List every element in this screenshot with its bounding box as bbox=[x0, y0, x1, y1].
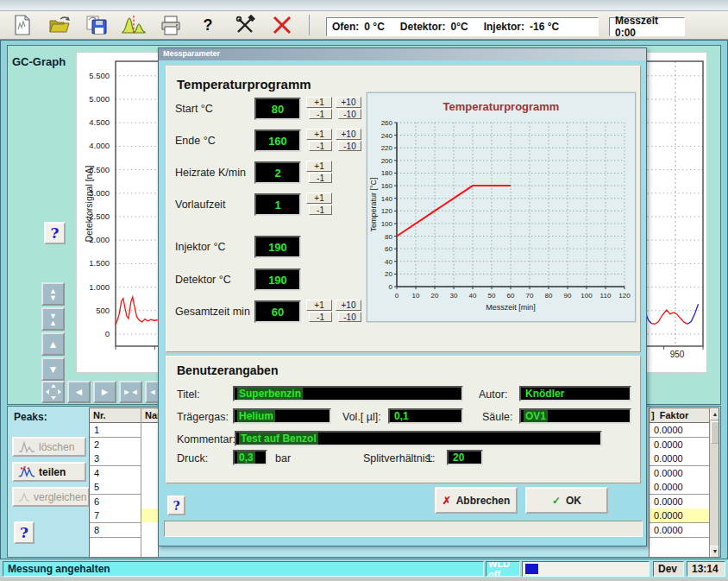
traegergas-label: Trägergas: bbox=[177, 411, 229, 423]
spin-button-plus1[interactable]: +1 bbox=[306, 193, 332, 204]
zoom-expand-vertical-button[interactable]: ▲▼ bbox=[41, 282, 65, 306]
progress-block bbox=[525, 564, 538, 574]
svg-text:70: 70 bbox=[526, 292, 534, 300]
settings-button[interactable] bbox=[231, 13, 259, 37]
spin-button-minus1[interactable]: -1 bbox=[309, 312, 332, 322]
faktor-scrollbar[interactable]: ▲ ▼ bbox=[709, 408, 719, 558]
scrollbar-thumb[interactable] bbox=[711, 421, 719, 444]
spin-button-minus10[interactable]: -10 bbox=[338, 312, 361, 322]
spin-button-minus1[interactable]: -1 bbox=[309, 141, 332, 151]
table-row-nr[interactable]: 1 bbox=[90, 423, 141, 438]
lcd-value-field[interactable]: 190 bbox=[254, 268, 301, 291]
lcd-value-field[interactable]: 60 bbox=[254, 300, 301, 323]
peak-split-button[interactable]: teilen bbox=[12, 462, 86, 482]
scrollbar-up-icon[interactable]: ▲ bbox=[710, 408, 719, 420]
lcd-value-field[interactable]: 2 bbox=[254, 161, 301, 184]
new-file-button[interactable] bbox=[9, 13, 36, 37]
table-row-faktor[interactable]: 0.0000 bbox=[650, 523, 709, 538]
table-row-nr[interactable]: 5 bbox=[90, 480, 141, 495]
lcd-value-field[interactable]: 1 bbox=[254, 193, 301, 216]
saeule-field[interactable]: OV1 bbox=[519, 408, 631, 424]
spin-button-plus1[interactable]: +1 bbox=[306, 300, 332, 311]
lcd-value-field[interactable]: 80 bbox=[254, 98, 301, 120]
temperature-panel: Temperaturprogramm Start °C80+1-1+10-10E… bbox=[166, 66, 641, 352]
table-row-nr[interactable]: 6 bbox=[90, 495, 141, 509]
svg-text:180: 180 bbox=[381, 169, 393, 177]
gc-y-tick-label: 5.500 bbox=[77, 71, 110, 80]
arrow-right-icon: ► bbox=[100, 388, 110, 395]
titel-field[interactable]: Superbenzin bbox=[233, 386, 463, 401]
spin-button-minus10[interactable]: -10 bbox=[338, 109, 361, 119]
spin-button-plus1[interactable]: +1 bbox=[306, 129, 332, 140]
ok-button[interactable]: ✓ OK bbox=[525, 487, 608, 514]
svg-text:20: 20 bbox=[385, 270, 392, 278]
help-peaks-button[interactable]: ? bbox=[14, 521, 35, 544]
dialog-titlebar[interactable]: Messparameter bbox=[159, 48, 646, 60]
scroll-right-button[interactable]: ► bbox=[93, 381, 116, 403]
table-row-faktor[interactable]: 0.0000 bbox=[650, 438, 709, 452]
spin-button-plus1[interactable]: +1 bbox=[306, 161, 332, 172]
kommentar-label: Kommentar: bbox=[177, 433, 235, 445]
peak-compare-button[interactable]: vergleichen bbox=[12, 487, 90, 507]
cancel-button[interactable]: ✗ Abbrechen bbox=[435, 487, 518, 514]
table-row-nr[interactable]: 3 bbox=[90, 452, 141, 466]
table-row-nr[interactable]: 7 bbox=[90, 508, 141, 523]
vol-field[interactable]: 0,1 bbox=[388, 408, 463, 424]
help-toolbar-button[interactable]: ? bbox=[194, 13, 222, 37]
table-row-faktor[interactable]: 0.0000 bbox=[650, 452, 709, 466]
table-row-nr[interactable]: 2 bbox=[90, 438, 141, 452]
svg-text:260: 260 bbox=[381, 119, 393, 127]
table-row-faktor[interactable]: 0.0000 bbox=[650, 480, 709, 495]
selected-name-cell[interactable] bbox=[141, 508, 159, 522]
svg-text:200: 200 bbox=[381, 157, 393, 165]
kommentar-value: Test auf Benzol bbox=[239, 433, 318, 445]
device-label: Dev bbox=[658, 563, 677, 575]
peak-analysis-button[interactable] bbox=[120, 13, 147, 37]
spin-button-plus10[interactable]: +10 bbox=[336, 300, 361, 311]
table-row-faktor[interactable]: 0.0000 bbox=[650, 423, 709, 438]
pan-all-directions-button[interactable] bbox=[41, 381, 65, 403]
open-file-icon bbox=[47, 15, 72, 35]
lcd-value-field[interactable]: 190 bbox=[254, 236, 301, 258]
svg-text:10: 10 bbox=[412, 292, 420, 300]
abort-button[interactable] bbox=[268, 13, 296, 37]
help-dialog-button[interactable]: ? bbox=[167, 496, 185, 515]
spin-button-minus1[interactable]: -1 bbox=[309, 173, 332, 183]
spin-button-plus1[interactable]: +1 bbox=[306, 97, 332, 108]
svg-text:220: 220 bbox=[381, 144, 393, 152]
scroll-down-button[interactable]: ▼ bbox=[41, 357, 65, 381]
peaks-table-right: ] Faktor 0.00000.00000.00000.00000.00000… bbox=[649, 407, 719, 558]
help-graph-button[interactable]: ? bbox=[44, 222, 66, 244]
table-row-nr[interactable]: 4 bbox=[90, 466, 141, 481]
open-file-button[interactable] bbox=[46, 13, 73, 37]
druck-field[interactable]: 0,3 bbox=[233, 450, 267, 465]
print-button[interactable] bbox=[157, 13, 185, 37]
device-box: Dev bbox=[653, 561, 684, 577]
kommentar-field[interactable]: Test auf Benzol bbox=[235, 431, 602, 446]
lcd-value-field[interactable]: 160 bbox=[254, 129, 301, 152]
move-icon bbox=[46, 384, 61, 400]
spin-button-minus1[interactable]: -1 bbox=[309, 205, 332, 215]
zoom-collapse-horizontal-button[interactable]: ►◄ bbox=[119, 381, 142, 403]
save-button[interactable] bbox=[83, 13, 110, 37]
traegergas-field[interactable]: Helium bbox=[233, 408, 331, 424]
scroll-left-button[interactable]: ◄ bbox=[67, 381, 91, 403]
spin-button-plus10[interactable]: +10 bbox=[336, 97, 361, 108]
scroll-up-button[interactable]: ▲ bbox=[41, 332, 65, 356]
spin-button-minus10[interactable]: -10 bbox=[338, 141, 361, 151]
table-row-faktor[interactable]: 0.0000 bbox=[650, 495, 709, 509]
zoom-collapse-vertical-button[interactable]: ▼▲ bbox=[41, 307, 65, 331]
spin-button-plus10[interactable]: +10 bbox=[336, 129, 361, 140]
autor-field[interactable]: Knödler bbox=[519, 386, 631, 401]
dialog-status-strip bbox=[164, 521, 643, 537]
table-row-faktor[interactable]: 0.0000 bbox=[650, 466, 709, 481]
table-row-nr[interactable]: 8 bbox=[90, 523, 141, 538]
svg-text:100: 100 bbox=[381, 220, 393, 228]
spin-button-minus1[interactable]: -1 bbox=[309, 109, 332, 119]
peak-delete-button[interactable]: löschen bbox=[12, 437, 86, 457]
split-field[interactable]: 20 bbox=[447, 450, 483, 465]
scrollbar-down-icon[interactable]: ▼ bbox=[710, 546, 719, 558]
saeule-label: Säule: bbox=[482, 411, 512, 423]
svg-text:20: 20 bbox=[431, 292, 439, 300]
table-row-faktor[interactable]: 0.0000 bbox=[650, 508, 709, 523]
